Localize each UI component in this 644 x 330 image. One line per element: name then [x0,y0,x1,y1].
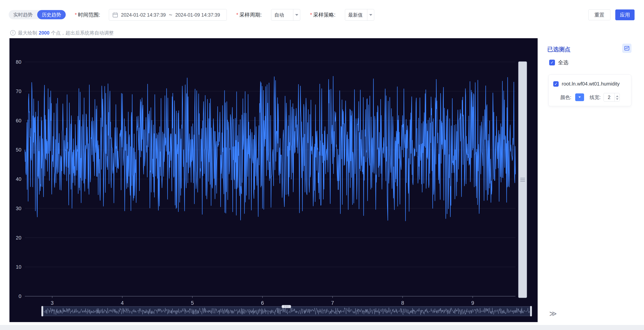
y-axis-label: 70 [16,88,22,94]
bottom-strip [0,325,644,330]
y-axis-label: 30 [16,206,22,211]
y-axis-label: 40 [16,176,22,182]
sample-period-value: 自动 [271,9,293,21]
select-all-label: 全选 [558,59,568,66]
trend-chart-panel: 010203040506070803456789 [10,38,538,322]
panel-title: 已选测点 [547,46,570,54]
series-color-select[interactable] [575,93,584,101]
chevron-down-icon [293,9,300,21]
required-asterisk: * [310,12,312,18]
point-style-row: 颜色: 线宽: 2 [548,93,631,102]
snapshot-chart-button[interactable] [622,44,632,53]
point-checkbox[interactable] [553,81,559,87]
start-datetime: 2024-01-02 14:37:39 [121,12,166,18]
notice-prefix: 最大绘制 [18,30,37,36]
time-range-input[interactable]: 2024-01-02 14:37:39 ~ 2024-01-09 14:37:3… [109,9,227,21]
tab-realtime-trend[interactable]: 实时趋势 [9,10,37,19]
date-range-separator: ~ [169,12,172,18]
required-asterisk: * [236,12,238,18]
trend-chart-svg[interactable]: 010203040506070803456789 [10,38,538,322]
reset-button[interactable]: 重置 [588,10,610,20]
x-axis-label: 4 [121,300,124,306]
tab-history-trend[interactable]: 历史趋势 [37,10,66,19]
zoom-handle-right[interactable] [530,306,532,316]
sample-period-label: *采样周期: [236,9,262,21]
max-points-notice: 最大绘制 2000 个点，超出后系统将自动调整 [10,29,114,37]
collapse-panel-button[interactable]: ≫ [549,310,557,317]
x-axis-label: 7 [331,300,334,306]
point-name: root.ln.wf04.wt01.humidity [562,81,620,87]
end-datetime: 2024-01-09 14:37:39 [175,12,220,18]
required-asterisk: * [75,12,77,18]
line-width-label: 线宽: [590,93,601,102]
sample-period-select[interactable]: 自动 [271,9,300,21]
calendar-icon [112,12,118,18]
y-axis-label: 60 [16,118,22,123]
trend-analysis-page: 实时趋势 历史趋势 *时间范围: 2024-01-02 14:37:39 ~ 2… [0,0,644,330]
x-axis-label: 3 [51,300,54,306]
selected-points-panel: 已选测点 全选 root.ln.wf04.wt01.humidity 颜色: 线… [544,38,644,322]
increase-line-width-button[interactable] [615,93,620,97]
horizontal-zoom-slider[interactable] [42,305,532,316]
time-range-label: *时间范围: [75,9,100,21]
x-axis-label: 6 [261,300,264,306]
point-card: root.ln.wf04.wt01.humidity 颜色: 线宽: 2 [548,75,631,106]
y-axis-label: 10 [16,264,22,270]
decrease-line-width-button[interactable] [615,97,620,101]
point-row: root.ln.wf04.wt01.humidity [553,81,620,87]
y-axis-label: 20 [16,235,22,241]
x-axis-label: 5 [191,300,194,306]
color-label: 颜色: [560,93,571,102]
trend-mode-switch: 实时趋势 历史趋势 [9,10,66,19]
select-all-row[interactable]: 全选 [549,59,568,66]
notice-suffix: 个点，超出后系统将自动调整 [51,30,114,36]
apply-button[interactable]: 应用 [615,10,634,20]
line-width-spinner [614,93,620,101]
chevron-down-icon [367,9,374,21]
vertical-zoom-slider[interactable] [518,62,527,298]
y-axis-label: 50 [16,147,22,153]
sample-strategy-label: *采样策略: [310,9,336,21]
select-all-checkbox[interactable] [549,60,555,65]
y-axis-label: 80 [16,59,22,65]
max-points-value: 2000 [39,30,50,36]
sample-strategy-select[interactable]: 最新值 [345,9,374,21]
sample-strategy-value: 最新值 [345,9,367,21]
info-icon [10,30,16,36]
x-axis-label: 9 [471,300,474,306]
zoom-handle-left[interactable] [42,306,43,316]
line-width-input[interactable]: 2 [604,93,620,101]
x-axis-label: 8 [401,300,404,306]
y-axis-label: 0 [19,293,22,299]
line-width-value: 2 [604,93,614,101]
